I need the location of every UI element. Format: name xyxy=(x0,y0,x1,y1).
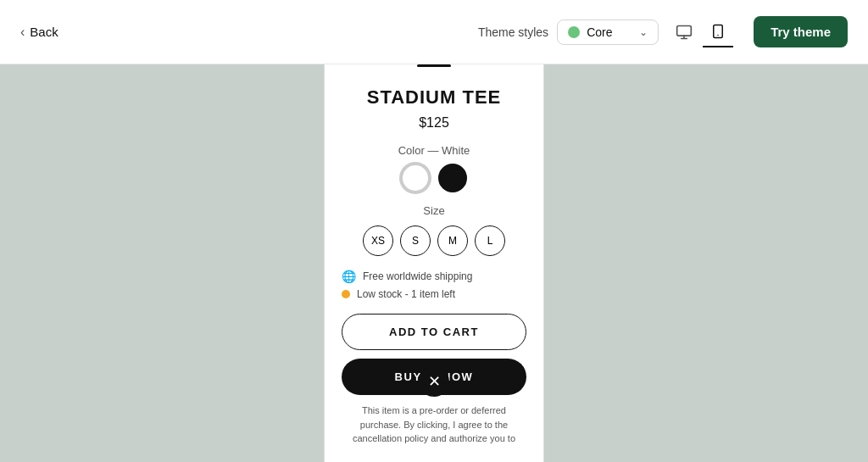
mobile-indicator-bar xyxy=(417,64,451,67)
svg-rect-0 xyxy=(677,25,692,36)
product-price: $125 xyxy=(419,115,449,131)
stock-dot-icon xyxy=(342,290,350,298)
size-btn-l[interactable]: L xyxy=(475,225,505,256)
color-swatch-black[interactable] xyxy=(438,164,467,192)
topbar: ‹ Back Theme styles Core ⌄ Try theme xyxy=(0,0,868,64)
back-chevron-icon: ‹ xyxy=(20,25,25,40)
size-btn-xs[interactable]: XS xyxy=(363,225,393,256)
close-modal-button[interactable]: ✕ xyxy=(419,366,449,397)
desktop-view-button[interactable] xyxy=(669,17,699,47)
theme-name: Core xyxy=(587,25,632,39)
back-label: Back xyxy=(30,25,58,39)
add-to-cart-button[interactable]: ADD TO CART xyxy=(342,314,526,350)
globe-icon: 🌐 xyxy=(342,270,356,283)
shipping-row: 🌐 Free worldwide shipping xyxy=(342,270,526,283)
stock-row: Low stock - 1 item left xyxy=(342,288,526,300)
back-button[interactable]: ‹ Back xyxy=(20,25,58,40)
shipping-text: Free worldwide shipping xyxy=(363,270,472,282)
product-panel: STADIUM TEE $125 Color — White Size XS S… xyxy=(324,64,544,462)
shipping-info: 🌐 Free worldwide shipping Low stock - 1 … xyxy=(342,270,526,300)
theme-selector[interactable]: Core ⌄ xyxy=(557,19,659,45)
color-swatches xyxy=(342,164,526,192)
chevron-down-icon: ⌄ xyxy=(639,26,648,38)
color-label: Color — White xyxy=(342,144,526,157)
size-btn-s[interactable]: S xyxy=(400,225,431,256)
view-toggle-group xyxy=(669,17,733,47)
size-options: XS S M L xyxy=(342,225,526,256)
theme-styles-label: Theme styles xyxy=(478,25,548,39)
disclaimer-text: This item is a pre-order or deferred pur… xyxy=(342,395,526,446)
size-btn-m[interactable]: M xyxy=(437,225,468,256)
theme-dot-icon xyxy=(568,26,580,38)
size-section: Size XS S M L xyxy=(342,204,526,256)
color-section: Color — White xyxy=(342,144,526,192)
product-title: STADIUM TEE xyxy=(367,86,501,109)
mobile-view-button[interactable] xyxy=(703,17,733,47)
try-theme-button[interactable]: Try theme xyxy=(754,16,848,47)
main-content-area: STADIUM TEE $125 Color — White Size XS S… xyxy=(0,64,868,462)
color-swatch-white[interactable] xyxy=(401,164,430,192)
close-icon: ✕ xyxy=(428,372,441,391)
stock-text: Low stock - 1 item left xyxy=(357,288,455,300)
size-label: Size xyxy=(342,204,526,217)
